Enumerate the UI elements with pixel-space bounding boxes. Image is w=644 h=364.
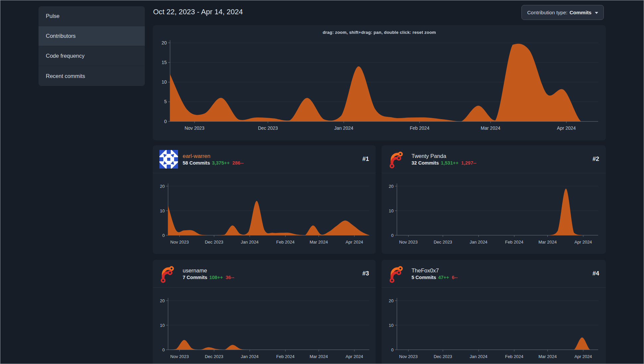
contributor-rank-badge: #2 — [593, 156, 599, 163]
sidebar-item-code-frequency[interactable]: Code frequency — [39, 46, 145, 66]
forgejo-logo-avatar — [159, 264, 178, 283]
contributor-card-header: Twenty Panda 32 Commits1,531++1,297-- #2 — [382, 145, 606, 173]
contributor-activity-chart[interactable]: 01020Nov 2023Dec 2023Jan 2024Feb 2024Mar… — [153, 288, 376, 364]
contributor-stats: 58 Commits3,375++286-- — [183, 160, 243, 166]
deletions-count: 1,297-- — [461, 160, 476, 166]
main-chart-panel: drag: zoom, shift+drag: pan, double clic… — [153, 25, 606, 140]
contributor-stats: 7 Commits108++36-- — [183, 275, 234, 280]
contributor-activity-chart[interactable]: 01020Nov 2023Dec 2023Jan 2024Feb 2024Mar… — [153, 173, 376, 254]
svg-text:Mar 2024: Mar 2024 — [538, 354, 557, 359]
svg-text:20: 20 — [160, 184, 165, 189]
contributor-name: username — [183, 267, 234, 274]
svg-text:10: 10 — [160, 323, 165, 328]
additions-count: 1,531++ — [441, 160, 458, 166]
svg-text:Dec 2023: Dec 2023 — [205, 240, 224, 245]
svg-text:Nov 2023: Nov 2023 — [399, 240, 418, 245]
contributor-card-header: earl-warren 58 Commits3,375++286-- #1 — [153, 145, 376, 173]
contributor-chart-area: 01020Nov 2023Dec 2023Jan 2024Feb 2024Mar… — [153, 173, 376, 254]
contribution-type-button[interactable]: Contribution type: Commits — [521, 5, 604, 20]
svg-text:Dec 2023: Dec 2023 — [205, 354, 224, 359]
svg-text:Feb 2024: Feb 2024 — [410, 125, 429, 131]
date-range-title: Oct 22, 2023 - Apr 14, 2024 — [153, 8, 243, 16]
commit-count: 58 Commits — [183, 160, 210, 166]
contributor-card: earl-warren 58 Commits3,375++286-- #1 01… — [153, 145, 376, 254]
commit-count: 5 Commits — [412, 275, 436, 280]
svg-text:Jan 2024: Jan 2024 — [470, 354, 488, 359]
svg-text:15: 15 — [161, 60, 167, 65]
svg-text:10: 10 — [389, 323, 394, 328]
svg-text:Nov 2023: Nov 2023 — [399, 354, 418, 359]
deletions-count: 36-- — [226, 275, 234, 280]
forgejo-logo-avatar — [388, 264, 407, 283]
svg-text:0: 0 — [391, 347, 394, 352]
svg-text:20: 20 — [160, 298, 165, 303]
svg-text:Feb 2024: Feb 2024 — [276, 354, 295, 359]
sidebar-item-recent-commits[interactable]: Recent commits — [39, 66, 145, 86]
svg-text:20: 20 — [389, 184, 394, 189]
forgejo-logo-avatar — [388, 150, 407, 169]
svg-text:Apr 2024: Apr 2024 — [346, 240, 363, 245]
sidebar-item-contributors[interactable]: Contributors — [39, 26, 145, 46]
contributor-card: username 7 Commits108++36-- #3 01020Nov … — [153, 260, 376, 364]
sidebar-item-pulse[interactable]: Pulse — [39, 6, 145, 26]
additions-count: 3,375++ — [212, 160, 230, 166]
svg-text:0: 0 — [391, 233, 394, 238]
contributor-info: Twenty Panda 32 Commits1,531++1,297-- — [412, 153, 476, 166]
deletions-count: 286-- — [232, 160, 243, 166]
contributors-page: Pulse Contributors Code frequency Recent… — [0, 0, 644, 364]
contributor-name: TheFox0x7 — [412, 267, 458, 274]
svg-text:Feb 2024: Feb 2024 — [505, 354, 523, 359]
svg-text:Dec 2023: Dec 2023 — [434, 240, 452, 245]
contributor-card-header: username 7 Commits108++36-- #3 — [153, 260, 376, 288]
svg-text:Dec 2023: Dec 2023 — [434, 354, 452, 359]
contributor-chart-area: 01020Nov 2023Dec 2023Jan 2024Feb 2024Mar… — [153, 288, 376, 364]
svg-text:Nov 2023: Nov 2023 — [170, 240, 189, 245]
svg-text:20: 20 — [389, 298, 394, 303]
deletions-count: 6-- — [452, 275, 458, 280]
contributor-info: username 7 Commits108++36-- — [183, 267, 234, 280]
contributor-card: Twenty Panda 32 Commits1,531++1,297-- #2… — [382, 145, 606, 254]
contribution-type-value: Commits — [570, 10, 592, 16]
svg-text:0: 0 — [162, 347, 165, 352]
chevron-down-icon — [595, 12, 598, 14]
svg-text:Nov 2023: Nov 2023 — [170, 354, 189, 359]
main-activity-chart[interactable]: 05101520Nov 2023Dec 2023Jan 2024Feb 2024… — [153, 25, 606, 140]
svg-text:Apr 2024: Apr 2024 — [575, 240, 592, 245]
svg-text:10: 10 — [160, 208, 165, 213]
contributor-card-header: TheFox0x7 5 Commits47++6-- #4 — [382, 260, 606, 288]
svg-text:Jan 2024: Jan 2024 — [241, 240, 259, 245]
contributor-rank-badge: #3 — [362, 270, 369, 277]
svg-text:Apr 2024: Apr 2024 — [575, 354, 592, 359]
svg-text:Apr 2024: Apr 2024 — [346, 354, 363, 359]
blue-identicon-avatar — [159, 150, 178, 169]
contribution-type-label: Contribution type: — [527, 10, 568, 16]
contributor-name: Twenty Panda — [412, 153, 476, 159]
svg-text:Nov 2023: Nov 2023 — [185, 125, 205, 131]
svg-text:Feb 2024: Feb 2024 — [505, 240, 523, 245]
commit-count: 7 Commits — [183, 275, 207, 280]
contributor-name-link[interactable]: earl-warren — [183, 153, 243, 159]
contributor-stats: 5 Commits47++6-- — [412, 275, 458, 280]
svg-text:Jan 2024: Jan 2024 — [241, 354, 259, 359]
svg-text:Mar 2024: Mar 2024 — [481, 125, 500, 131]
contributor-activity-chart[interactable]: 01020Nov 2023Dec 2023Jan 2024Feb 2024Mar… — [382, 288, 604, 364]
svg-text:Jan 2024: Jan 2024 — [334, 125, 353, 131]
contributor-activity-chart[interactable]: 01020Nov 2023Dec 2023Jan 2024Feb 2024Mar… — [382, 173, 604, 254]
svg-text:10: 10 — [161, 79, 167, 85]
contributor-rank-badge: #4 — [593, 270, 599, 277]
commit-count: 32 Commits — [412, 160, 439, 166]
svg-text:5: 5 — [164, 99, 167, 104]
contributor-stats: 32 Commits1,531++1,297-- — [412, 160, 476, 166]
svg-text:0: 0 — [162, 233, 165, 238]
svg-text:20: 20 — [161, 40, 167, 45]
svg-text:10: 10 — [389, 208, 394, 213]
contributor-card: TheFox0x7 5 Commits47++6-- #4 01020Nov 2… — [382, 260, 606, 364]
contributor-info: earl-warren 58 Commits3,375++286-- — [183, 153, 243, 166]
svg-text:Mar 2024: Mar 2024 — [310, 354, 328, 359]
svg-text:Mar 2024: Mar 2024 — [310, 240, 328, 245]
contributor-chart-area: 01020Nov 2023Dec 2023Jan 2024Feb 2024Mar… — [382, 288, 606, 364]
svg-text:Mar 2024: Mar 2024 — [538, 240, 557, 245]
svg-text:Apr 2024: Apr 2024 — [557, 125, 576, 131]
contributor-rank-badge: #1 — [362, 156, 369, 163]
additions-count: 108++ — [209, 275, 223, 280]
